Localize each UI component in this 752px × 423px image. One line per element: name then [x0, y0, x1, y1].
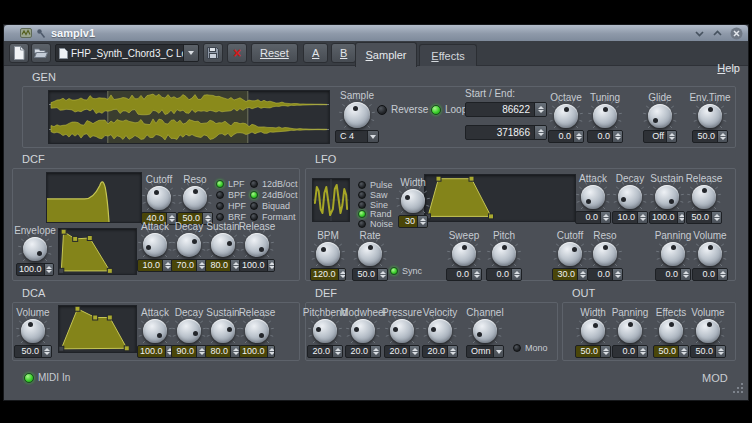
a-compare-button[interactable]: A	[303, 43, 328, 63]
lfo-bpm-knob[interactable]	[316, 242, 340, 266]
dcf-release-value[interactable]: 100.0	[239, 259, 275, 272]
dcf-envelope-spinner[interactable]	[44, 264, 54, 275]
def-velocity-knob[interactable]	[428, 319, 452, 343]
lfo-envelope-display[interactable]	[424, 174, 576, 222]
lfo-volume-value[interactable]: 0.0	[692, 268, 728, 281]
lfo-release-value[interactable]: 50.0	[686, 211, 722, 224]
pin-icon[interactable]	[36, 28, 46, 39]
dcf-release-knob[interactable]	[245, 233, 269, 257]
resize-grip-icon[interactable]	[733, 391, 735, 393]
gen-tuning-value[interactable]: 0.0	[587, 130, 623, 143]
gen-env-time-spinner[interactable]	[717, 131, 727, 142]
lfo-pitch-knob[interactable]	[492, 242, 516, 266]
def-channel-label: Channel	[453, 307, 517, 318]
gen-glide-spinner[interactable]	[666, 131, 676, 142]
out-width-value-text: 50.0	[576, 346, 600, 357]
lfo-rate-value-text: 50.0	[353, 269, 377, 280]
lfo-volume-knob[interactable]	[698, 242, 722, 266]
delete-preset-button[interactable]: ×	[227, 43, 247, 63]
lfo-width-value[interactable]: 30	[398, 215, 428, 228]
preset-dropdown-arrow[interactable]	[183, 45, 198, 61]
minimize-button[interactable]	[694, 28, 705, 39]
def-mono-radio[interactable]: Mono	[513, 343, 548, 353]
dca-volume-value[interactable]: 50.0	[14, 345, 52, 358]
gen-tuning-knob[interactable]	[593, 104, 617, 128]
dcf-envelope-knob[interactable]	[23, 237, 47, 261]
gen-glide-knob[interactable]	[648, 104, 672, 128]
knob-indicator-dot	[259, 247, 264, 252]
out-volume-value[interactable]: 50.0	[690, 345, 726, 358]
gen-glide-value[interactable]: Off	[643, 130, 677, 143]
lfo-rate-knob[interactable]	[358, 242, 382, 266]
out-volume-spinner[interactable]	[715, 346, 725, 357]
dcf-biquad-label: Biquad	[262, 201, 290, 211]
dcf-lpf-radio[interactable]: LPF	[216, 179, 245, 189]
dcf-envelope-label: Envelope	[3, 225, 67, 236]
maximize-button[interactable]	[712, 28, 723, 39]
dcf-24db-oct-radio[interactable]: 24dB/oct	[250, 190, 298, 200]
preset-name[interactable]: FHP_Synth_Chord3_C Loop1	[68, 48, 183, 59]
lfo-pitch-value[interactable]: 0.0	[486, 268, 522, 281]
mod-button[interactable]: MOD	[702, 372, 728, 384]
lfo-rate-value[interactable]: 50.0	[352, 268, 388, 281]
delete-file-icon: ×	[233, 45, 241, 61]
knob-indicator-dot	[393, 327, 398, 332]
out-volume-knob[interactable]	[696, 319, 720, 343]
lfo-pulse-led	[358, 181, 366, 189]
open-preset-button[interactable]	[31, 43, 51, 63]
tab-sampler[interactable]: Sampler	[355, 42, 417, 67]
dca-release-spinner[interactable]	[267, 346, 275, 357]
sample-waveform-display[interactable]	[48, 90, 330, 144]
tab-effects[interactable]: Effects	[419, 44, 477, 66]
dcf-envelope-value[interactable]: 100.0	[16, 263, 54, 276]
help-button[interactable]: Help	[717, 62, 740, 74]
dcf-bpf-radio[interactable]: BPF	[216, 190, 246, 200]
dcf-biquad-radio[interactable]: Biquad	[250, 201, 290, 211]
lfo-reso-value[interactable]: 0.0	[587, 268, 623, 281]
dcf-release-spinner[interactable]	[267, 260, 275, 271]
lfo-width-label: Width	[381, 177, 445, 188]
preset-combo[interactable]: FHP_Synth_Chord3_C Loop1	[55, 44, 199, 62]
gen-sample-knob[interactable]	[344, 102, 370, 128]
lfo-sync-radio[interactable]: Sync	[390, 266, 422, 276]
close-button[interactable]	[730, 27, 743, 40]
title-bar[interactable]: samplv1	[4, 25, 748, 41]
lfo-release-spinner[interactable]	[711, 212, 721, 223]
knob-indicator-dot	[462, 245, 467, 250]
dca-release-value[interactable]: 100.0	[239, 345, 275, 358]
gen-sample-label: Sample	[325, 90, 389, 101]
dca-release-knob[interactable]	[245, 319, 269, 343]
lfo-volume-spinner[interactable]	[717, 269, 727, 280]
lfo-attack-value-text: 0.0	[576, 212, 600, 223]
lfo-reso-spinner[interactable]	[612, 269, 622, 280]
dca-volume-knob[interactable]	[21, 319, 45, 343]
lfo-pitch-spinner[interactable]	[511, 269, 521, 280]
lfo-release-knob[interactable]	[692, 185, 716, 209]
gen-loop-radio[interactable]: Loop	[431, 105, 467, 115]
gen-sample-select[interactable]: C 4	[335, 130, 379, 143]
lfo-width-knob[interactable]	[401, 189, 425, 213]
dcf-brf-led	[216, 213, 224, 221]
b-compare-button[interactable]: B	[331, 43, 356, 63]
save-preset-button[interactable]	[203, 43, 223, 63]
gen-loop-label: Loop	[445, 105, 467, 115]
def-channel-select[interactable]: Omn	[466, 345, 504, 358]
reset-button[interactable]: Reset	[251, 43, 298, 63]
spin-down-icon	[44, 352, 50, 355]
dcf-12db-oct-radio[interactable]: 12dB/oct	[250, 179, 298, 189]
new-preset-button[interactable]	[9, 43, 29, 63]
gen-reverse-radio[interactable]: Reverse	[377, 105, 428, 115]
midi-in-led	[24, 373, 34, 383]
dca-volume-spinner[interactable]	[41, 346, 51, 357]
gen-tuning-spinner[interactable]	[612, 131, 622, 142]
lfo-rate-spinner[interactable]	[377, 269, 387, 280]
dcf-hpf-radio[interactable]: HPF	[216, 201, 246, 211]
def-channel-knob[interactable]	[473, 319, 497, 343]
gen-env-time-knob[interactable]	[698, 104, 722, 128]
lfo-width-spinner[interactable]	[417, 216, 427, 227]
def-mono-label: Mono	[525, 343, 548, 353]
dcf-12db-oct-led	[250, 180, 258, 188]
gen-env-time-value[interactable]: 50.0	[692, 130, 728, 143]
lfo-reso-knob[interactable]	[593, 242, 617, 266]
dcf-reso-knob[interactable]	[183, 186, 207, 210]
